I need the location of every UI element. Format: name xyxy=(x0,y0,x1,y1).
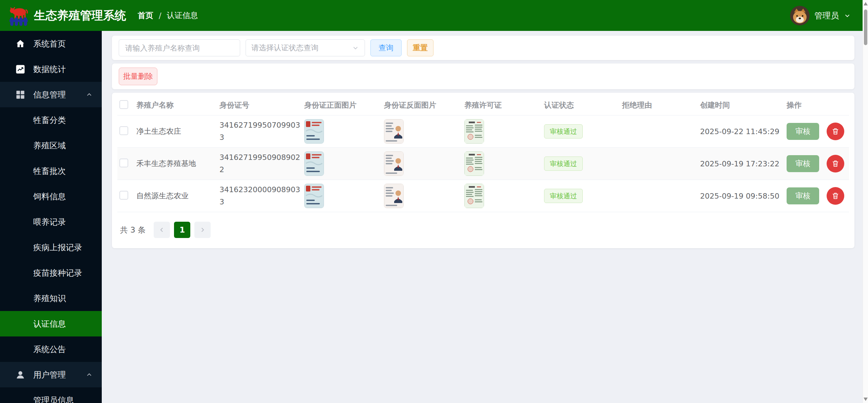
chevron-up-icon xyxy=(85,371,93,379)
review-button[interactable]: 审核 xyxy=(787,123,819,140)
select-placeholder: 请选择认证状态查询 xyxy=(251,43,319,53)
sidebar-item-label: 养殖区域 xyxy=(33,140,66,151)
id-card-front-image[interactable] xyxy=(304,151,324,176)
column-header: 养殖户名称 xyxy=(136,100,219,110)
toolbar-card: 批量删除 xyxy=(112,63,854,89)
breeding-license-image[interactable] xyxy=(464,119,484,144)
breeding-license-image[interactable] xyxy=(464,184,484,208)
id-card-back-image[interactable] xyxy=(384,119,404,144)
certification-status-select[interactable]: 请选择认证状态查询 xyxy=(246,39,365,56)
sidebar-item-livestock-batch[interactable]: 牲畜批次 xyxy=(0,158,102,184)
id-card-front-image[interactable] xyxy=(304,184,324,208)
sidebar-item-disease-reports[interactable]: 疾病上报记录 xyxy=(0,235,102,260)
sidebar-item-label: 喂养记录 xyxy=(33,217,66,227)
filter-card: 请选择认证状态查询 查询 重置 xyxy=(112,36,854,60)
status-badge: 审核通过 xyxy=(544,189,583,203)
table-row: 自然源生态农业 341623200009089033 xyxy=(117,180,849,212)
row-checkbox[interactable] xyxy=(119,191,128,200)
sidebar-item-label: 管理员信息 xyxy=(33,395,74,403)
home-icon xyxy=(15,38,26,49)
table-row: 净土生态农庄 341627199507099033 xyxy=(117,115,849,148)
id-card-number: 341627199507099033 xyxy=(219,119,301,144)
batch-delete-button[interactable]: 批量删除 xyxy=(119,68,157,85)
trash-icon xyxy=(831,159,840,168)
sidebar-item-label: 数据统计 xyxy=(33,64,66,75)
breadcrumb-current: 认证信息 xyxy=(167,10,198,21)
created-time: 2025-09-19 17:23:22 xyxy=(700,160,787,168)
farmer-name-search-input[interactable] xyxy=(119,39,240,56)
id-card-front-image[interactable] xyxy=(304,119,324,144)
id-card-number: 341627199509089022 xyxy=(219,151,301,176)
id-card-back-image[interactable] xyxy=(384,184,404,208)
sidebar-item-admin-info[interactable]: 管理员信息 xyxy=(0,387,102,403)
main-content: 请选择认证状态查询 查询 重置 批量删除 养殖户名称 身份证号 身份证正面图片 … xyxy=(102,31,868,403)
sidebar-item-system-announcements[interactable]: 系统公告 xyxy=(0,336,102,362)
id-card-back-image[interactable] xyxy=(384,151,404,176)
grid-icon xyxy=(15,89,26,100)
breeding-license-image[interactable] xyxy=(464,151,484,176)
next-page-button[interactable] xyxy=(194,222,211,238)
row-checkbox[interactable] xyxy=(119,159,128,167)
sidebar-item-label: 牲畜分类 xyxy=(33,115,66,126)
trash-icon xyxy=(831,191,840,200)
row-checkbox[interactable] xyxy=(119,126,128,135)
table-header-row: 养殖户名称 身份证号 身份证正面图片 身份证反面图片 养殖许可证 认证状态 拒绝… xyxy=(117,95,849,115)
user-menu[interactable]: 管理员 xyxy=(790,6,851,25)
vertical-scrollbar[interactable] xyxy=(863,0,868,403)
sidebar-item-feeding-records[interactable]: 喂养记录 xyxy=(0,209,102,235)
breadcrumb-home[interactable]: 首页 xyxy=(138,10,153,21)
farmer-name: 净土生态农庄 xyxy=(136,126,219,136)
person-icon xyxy=(15,369,26,380)
created-time: 2025-09-22 11:45:29 xyxy=(700,127,787,136)
table-row: 禾丰生态养殖基地 341627199509089022 xyxy=(117,148,849,180)
reset-button[interactable]: 重置 xyxy=(407,39,433,56)
sidebar-group-info[interactable]: 信息管理 xyxy=(0,82,102,107)
scrollbar-up-arrow[interactable] xyxy=(864,2,868,5)
sidebar-item-breeding-knowledge[interactable]: 养殖知识 xyxy=(0,286,102,311)
pagination: 共 3 条 1 xyxy=(117,222,849,238)
sidebar-item-label: 牲畜批次 xyxy=(33,166,66,177)
app-root: 生态养殖管理系统 首页 / 认证信息 xyxy=(0,0,868,403)
sidebar-item-label: 系统公告 xyxy=(33,344,66,355)
sidebar-item-label: 认证信息 xyxy=(33,318,66,329)
user-avatar[interactable] xyxy=(790,6,810,25)
search-button[interactable]: 查询 xyxy=(370,39,402,56)
column-header: 操作 xyxy=(787,100,849,110)
top-header: 生态养殖管理系统 首页 / 认证信息 xyxy=(0,0,868,31)
farmer-name: 自然源生态农业 xyxy=(136,191,219,201)
chevron-down-icon xyxy=(844,12,851,19)
sidebar-item-livestock-category[interactable]: 牲畜分类 xyxy=(0,107,102,133)
sidebar-item-label: 疫苗接种记录 xyxy=(33,268,82,278)
delete-button[interactable] xyxy=(827,187,844,205)
prev-page-button[interactable] xyxy=(154,222,170,238)
table-card: 养殖户名称 身份证号 身份证正面图片 身份证反面图片 养殖许可证 认证状态 拒绝… xyxy=(112,93,854,248)
column-header: 身份证反面图片 xyxy=(384,100,464,110)
sidebar-item-certification-info-active[interactable]: 认证信息 xyxy=(0,311,102,336)
created-time: 2025-09-19 09:58:50 xyxy=(700,192,787,200)
app-title: 生态养殖管理系统 xyxy=(34,8,126,23)
breadcrumb-separator: / xyxy=(159,11,161,20)
sidebar-item-label: 饲料信息 xyxy=(33,191,66,202)
sidebar-item-label: 疾病上报记录 xyxy=(33,242,82,253)
id-card-number: 341623200009089033 xyxy=(219,184,301,208)
line-chart-icon xyxy=(15,64,26,75)
column-header: 身份证号 xyxy=(219,100,304,110)
page-number-current[interactable]: 1 xyxy=(174,222,190,238)
user-name: 管理员 xyxy=(814,10,839,21)
sidebar-item-feed-info[interactable]: 饲料信息 xyxy=(0,184,102,209)
column-header: 创建时间 xyxy=(700,100,787,110)
delete-button[interactable] xyxy=(827,123,844,140)
delete-button[interactable] xyxy=(827,155,844,172)
scrollbar-down-arrow[interactable] xyxy=(864,398,868,401)
scrollbar-thumb[interactable] xyxy=(864,10,867,45)
sidebar-item-home[interactable]: 系统首页 xyxy=(0,31,102,56)
sidebar-item-vaccination-records[interactable]: 疫苗接种记录 xyxy=(0,260,102,286)
select-all-checkbox[interactable] xyxy=(119,100,128,109)
sidebar-group-label: 用户管理 xyxy=(33,369,85,380)
farmer-name: 禾丰生态养殖基地 xyxy=(136,159,219,169)
sidebar-item-stats[interactable]: 数据统计 xyxy=(0,56,102,82)
review-button[interactable]: 审核 xyxy=(787,155,819,172)
sidebar-group-user[interactable]: 用户管理 xyxy=(0,362,102,387)
sidebar-item-breeding-area[interactable]: 养殖区域 xyxy=(0,133,102,158)
review-button[interactable]: 审核 xyxy=(787,187,819,204)
